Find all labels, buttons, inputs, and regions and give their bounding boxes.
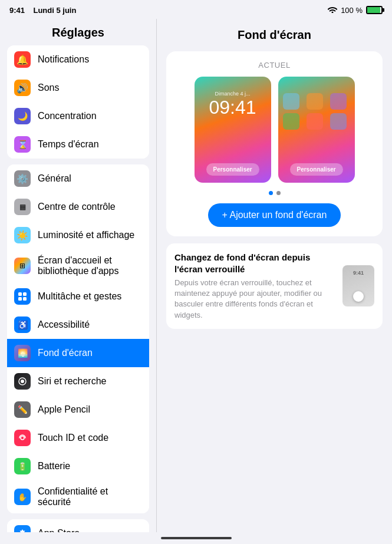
- dot-2: [276, 191, 281, 195]
- confidentialite-icon: ✋: [14, 489, 31, 505]
- luminosite-icon: ☀️: [14, 227, 31, 243]
- content-area: Fond d'écran ACTUEL Dimanche 4 j... 09:4…: [157, 19, 392, 532]
- home-screen-preview[interactable]: Personnaliser: [278, 77, 355, 183]
- home-icon-3: [330, 93, 347, 110]
- sidebar-item-concentration[interactable]: 🌙 Concentration: [7, 102, 149, 130]
- sidebar-label-fond-ecran: Fond d'écran: [38, 348, 142, 358]
- sidebar: Réglages 🔔 Notifications 🔊 Sons 🌙 Concen…: [0, 19, 156, 532]
- sidebar-item-centre-controle[interactable]: ▦ Centre de contrôle: [7, 193, 149, 221]
- home-icon-6: [330, 113, 347, 130]
- temps-ecran-icon: ⌛: [14, 136, 31, 153]
- sidebar-item-fond-ecran[interactable]: 🌅 Fond d'écran: [7, 339, 149, 367]
- sidebar-label-general: Général: [38, 173, 142, 184]
- home-screen-icons: [278, 88, 355, 134]
- sidebar-label-concentration: Concentration: [38, 111, 142, 121]
- sidebar-label-apple-pencil: Apple Pencil: [38, 404, 142, 415]
- actuel-label: ACTUEL: [176, 61, 373, 70]
- content-title: Fond d'écran: [166, 28, 383, 42]
- sidebar-item-sons[interactable]: 🔊 Sons: [7, 74, 149, 102]
- home-icon-2: [307, 93, 323, 110]
- sidebar-item-multitache[interactable]: Multitâche et gestes: [7, 282, 149, 311]
- centre-controle-icon: ▦: [14, 199, 31, 215]
- svg-rect-0: [18, 292, 22, 296]
- touch-id-icon: [14, 430, 31, 446]
- sidebar-item-siri[interactable]: Siri et recherche: [7, 367, 149, 395]
- sidebar-label-luminosite: Luminosité et affichage: [38, 230, 142, 240]
- svg-rect-1: [23, 292, 27, 296]
- sidebar-label-touch-id: Touch ID et code: [38, 433, 142, 443]
- sidebar-title: Réglages: [0, 19, 156, 45]
- lock-screen-date: Dimanche 4 j...: [215, 91, 250, 97]
- status-date: Lundi 5 juin: [33, 6, 76, 15]
- svg-rect-2: [18, 297, 22, 301]
- add-wallpaper-button[interactable]: + Ajouter un fond d'écran: [208, 203, 341, 227]
- sidebar-item-ecran-accueil[interactable]: ⊞ Écran d'accueil et bibliothèque d'apps: [7, 249, 149, 282]
- batterie-icon: 🔋: [14, 458, 31, 474]
- main-container: Réglages 🔔 Notifications 🔊 Sons 🌙 Concen…: [0, 19, 392, 532]
- sidebar-label-accessibilite: Accessibilité: [38, 319, 142, 330]
- info-card-text: Changez de fond d'écran depuis l'écran v…: [174, 252, 334, 321]
- home-bar: [161, 537, 232, 539]
- sidebar-group-3: App Store 💳 Cartes et Apple Pay: [7, 519, 149, 532]
- sons-icon: 🔊: [14, 80, 31, 96]
- sidebar-item-notifications[interactable]: 🔔 Notifications: [7, 45, 149, 74]
- accessibilite-icon: ♿: [14, 316, 31, 333]
- sidebar-item-app-store[interactable]: App Store: [7, 519, 149, 532]
- sidebar-label-centre-controle: Centre de contrôle: [38, 202, 142, 212]
- sidebar-label-app-store: App Store: [38, 528, 142, 532]
- lock-screen-time: 09:41: [209, 98, 256, 117]
- apple-pencil-icon: ✏️: [14, 401, 31, 418]
- sidebar-group-1: 🔔 Notifications 🔊 Sons 🌙 Concentration ⌛…: [7, 45, 149, 159]
- home-screen-personnaliser-btn[interactable]: Personnaliser: [289, 163, 342, 176]
- notifications-icon: 🔔: [14, 51, 31, 68]
- info-card-title: Changez de fond d'écran depuis l'écran v…: [174, 252, 334, 275]
- home-icon-5: [307, 113, 323, 130]
- sidebar-item-temps-ecran[interactable]: ⌛ Temps d'écran: [7, 130, 149, 159]
- sidebar-item-luminosite[interactable]: ☀️ Luminosité et affichage: [7, 221, 149, 249]
- multitache-icon: [14, 288, 31, 305]
- lock-screen-preview[interactable]: Dimanche 4 j... 09:41 Personnaliser: [195, 77, 271, 183]
- home-indicator: [0, 532, 392, 544]
- ecran-accueil-icon: ⊞: [14, 258, 31, 274]
- sidebar-item-confidentialite[interactable]: ✋ Confidentialité et sécurité: [7, 480, 149, 513]
- home-icon-4: [283, 113, 299, 130]
- wallpaper-previews: Dimanche 4 j... 09:41 Personnaliser: [176, 77, 373, 183]
- sidebar-item-general[interactable]: ⚙️ Général: [7, 164, 149, 193]
- sidebar-item-apple-pencil[interactable]: ✏️ Apple Pencil: [7, 395, 149, 424]
- general-icon: ⚙️: [14, 170, 31, 187]
- svg-rect-3: [23, 297, 27, 301]
- wifi-icon: [328, 6, 337, 15]
- sidebar-item-accessibilite[interactable]: ♿ Accessibilité: [7, 311, 149, 339]
- wallpaper-dots: [176, 191, 373, 195]
- info-card: Changez de fond d'écran depuis l'écran v…: [166, 243, 383, 329]
- sidebar-label-batterie: Batterie: [38, 461, 142, 472]
- toggle-circle: [353, 291, 364, 302]
- wallpaper-card: ACTUEL Dimanche 4 j... 09:41 Personnalis…: [166, 51, 383, 236]
- sidebar-item-batterie[interactable]: 🔋 Batterie: [7, 452, 149, 480]
- status-bar: 9:41 Lundi 5 juin 100 %: [0, 0, 392, 19]
- home-icon-1: [283, 93, 299, 110]
- sidebar-item-touch-id[interactable]: Touch ID et code: [7, 424, 149, 452]
- svg-point-6: [21, 436, 24, 440]
- siri-icon: [14, 373, 31, 390]
- status-icons: 100 %: [328, 6, 383, 15]
- app-store-icon: [14, 525, 31, 532]
- status-time: 9:41: [9, 6, 25, 15]
- status-time-date: 9:41 Lundi 5 juin: [9, 6, 76, 15]
- info-preview-thumbnail: 9:41: [342, 265, 374, 306]
- concentration-icon: 🌙: [14, 108, 31, 124]
- sidebar-label-multitache: Multitâche et gestes: [38, 291, 142, 302]
- sidebar-label-temps-ecran: Temps d'écran: [38, 139, 142, 150]
- fond-ecran-icon: 🌅: [14, 345, 31, 361]
- info-card-description: Depuis votre écran verrouillé, touchez e…: [174, 278, 334, 321]
- sidebar-label-confidentialite: Confidentialité et sécurité: [38, 486, 142, 507]
- sidebar-label-siri: Siri et recherche: [38, 376, 142, 387]
- lock-screen-personnaliser-btn[interactable]: Personnaliser: [206, 163, 259, 176]
- svg-point-5: [21, 380, 24, 383]
- battery-percent: 100 %: [341, 6, 363, 15]
- sidebar-label-notifications: Notifications: [38, 54, 142, 65]
- sidebar-label-ecran-accueil: Écran d'accueil et bibliothèque d'apps: [38, 255, 142, 276]
- dot-1: [269, 191, 273, 195]
- battery-icon: [366, 6, 383, 14]
- sidebar-label-sons: Sons: [38, 83, 142, 93]
